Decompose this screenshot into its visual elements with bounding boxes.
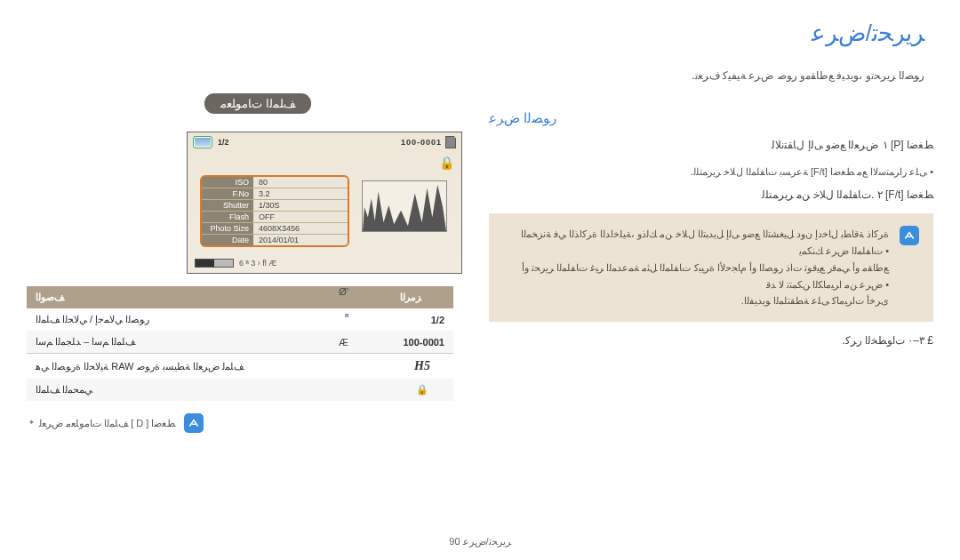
cell-desc: ﻲﻤﺤﻤﻟﺍ ﻒﻠﻤﻟﺍ: [27, 379, 391, 401]
lock-icon: 🔒: [439, 156, 454, 170]
substep-item: .ﺔﻋﺮﺴﺑ ﺕﺎﻔﻠﻤﻟﺍ ﻝﻼﺧ ﺮﻳﺮﻤﺘﻠﻟ [F/t] ﻰﻠﻋ ﺭﺍﺮ…: [500, 163, 933, 181]
note-line: ﻊﻃﺎﻘﻣ ﻭﺃ ﻲﻤﻗﺭ ﻊﻴﻗﻮﺗ ﺕﺍﺫ ﺭﻮﺼﻟﺍ ﻭﺃ ﻡﺎﺠﺣﻷﺍ …: [503, 260, 889, 292]
note-line: ﺓﺮﻛﺍﺫ ﺔﻗﺎﻄﺑ ﻝﺎﺧﺩﺇ ﻥﻭﺩ ﻞﻴﻐﺸﺘﻟﺍ ﻊﺿﻭ ﻰﻟﺇ ﻞﻳ…: [503, 226, 889, 259]
cell-icon: 1/2: [391, 308, 453, 331]
cell-icon: H5: [391, 354, 453, 380]
info-note-icon: [184, 413, 204, 433]
exif-key: ISO: [202, 177, 253, 188]
exif-key: F.No: [202, 188, 253, 199]
footer-step: .٣–٠ ﺕﺍﻮﻄﺨﻟﺍ ﺭﺮﻛ £: [489, 334, 933, 347]
exif-val: 2014/01/01: [253, 235, 348, 245]
callout-label: Ø': [322, 279, 348, 305]
section-subhead: ﺭﻮﺼﻟﺍ ضﺮﻋ: [489, 110, 933, 126]
section-title: ﻒﻠﻤﻟﺍ ﺕﺎﻣﻮﻠﻌﻣ: [204, 93, 311, 114]
exif-key: Flash: [202, 212, 253, 222]
cell-desc: ﺔﻴﻟﺎﺤﻟﺍ ةﺭﻮﺼﻟﺍ ﻲﻫ RAW ﻒﻠﻤﻟ ﺽﺮﻌﻟﺍ ﺔﻄﻴﺴﺑ ة…: [27, 354, 391, 380]
table-row: ﺭﻮﺼﻟﺍ ﻲﻟﺎﻤﺟﺇ / ﻲﻟﺎﺤﻟﺍ ﻒﻠﻤﻟﺍ 1/2: [27, 308, 453, 331]
sd-card-icon: [445, 136, 456, 148]
table-row: ﻒﻠﻤﻟﺍ ﻢﺳﺍ – ﺪﻠﺠﻤﻟﺍ ﻢﺳﺍ 100-0001: [27, 331, 453, 354]
exif-key: Photo Size: [202, 223, 253, 234]
exposure-meter-icon: [195, 259, 234, 268]
device-screenshot: 1/2 100-0001 🔒 ISO80 F.No3.2 Shutter1/30…: [187, 132, 462, 274]
exif-info-box: ISO80 F.No3.2 Shutter1/30S FlashOFF Phot…: [200, 175, 349, 247]
table-row: ﻲﻤﺤﻤﻟﺍ ﻒﻠﻤﻟﺍ 🔒: [27, 379, 453, 401]
note-block: ﺓﺮﻛﺍﺫ ﺔﻗﺎﻄﺑ ﻝﺎﺧﺩﺇ ﻥﻭﺩ ﻞﻴﻐﺸﺘﻟﺍ ﻊﺿﻭ ﻰﻟﺇ ﻞﻳ…: [489, 213, 933, 321]
histogram: [362, 180, 447, 232]
bottom-bar-text: 6 ª 3 › fl Æ: [239, 259, 276, 268]
exif-val: OFF: [253, 212, 348, 222]
page-title: ﺮﻳﺮﺤﺗ/ضﺮﻋ: [812, 20, 924, 47]
info-note-icon: [900, 226, 919, 245]
table-row: ﺔﻴﻟﺎﺤﻟﺍ ةﺭﻮﺼﻟﺍ ﻲﻫ RAW ﻒﻠﻤﻟ ﺽﺮﻌﻟﺍ ﺔﻄﻴﺴﺑ ة…: [27, 354, 453, 380]
callout-label: ª: [322, 305, 348, 331]
table-header: ﺰﻣﺮﻟﺍ: [391, 286, 453, 308]
cell-icon: 100-0001: [391, 331, 453, 354]
exif-key: Date: [202, 235, 253, 245]
exif-val: 1/30S: [253, 200, 348, 211]
exif-val: 80: [253, 177, 348, 188]
frame-fraction: 1/2: [218, 138, 229, 147]
step-item: ٢ .ﺕﺎﻔﻠﻤﻟﺍ ﻝﻼﺧ ﻦﻣ ﺮﻳﺮﻤﺘﻠﻟ [F/t] ﻂﻐﺿﺍ: [489, 185, 933, 205]
steps-list: ١ ﺽﺮﻌﻟﺍ ﻊﺿﻭ ﻰﻟﺇ ﻝﺎﻘﺘﻧﻼﻟ [P] ﻂﻐﺿﺍ .ﺔﻋﺮﺴﺑ …: [489, 135, 933, 204]
file-counter: 100-0001: [401, 138, 442, 147]
cell-icon: 🔒: [391, 379, 453, 401]
footnote-text: ＊ ﻒﻠﻤﻟﺍ ﺕﺎﻣﻮﻠﻌﻣ ﺽﺮﻌﻟ [ D ] ﻂﻐﺿﺍ: [27, 417, 175, 430]
page-number: 90 ﺮﻳﺮﺤﺗ/ﺽﺮﻋ: [0, 536, 960, 548]
lock-icon: 🔒: [416, 384, 428, 395]
exif-key: Shutter: [202, 200, 253, 211]
mode-icon: [193, 136, 212, 148]
exif-val: 3.2: [253, 188, 348, 199]
icon-legend-table: ﻒﺻﻮﻟﺍ ﺰﻣﺮﻟﺍ ﺭﻮﺼﻟﺍ ﻲﻟﺎﻤﺟﺇ / ﻲﻟﺎﺤﻟﺍ ﻒﻠﻤﻟﺍ …: [27, 286, 453, 401]
note-line: .ﻯﺮﺧﺃ ﺕﺍﺮﻴﻣﺎﻛ ﻰﻠﻋ ﺔﻄﻘﺘﻠﻤﻟﺍ ﻮﻳﺪﻴﻔﻟﺍ: [503, 292, 889, 309]
exif-val: 4608X3456: [253, 223, 348, 234]
page-subtitle: .ﺭﻮﺼﻟﺍ ﺮﻳﺮﺤﺗﻭ ،ﻮﻳﺪﻴﻓ ﻊﻃﺎﻘﻣﻭ ﺭﻮﺻ ﺽﺮﻋ ﺔﻴﻔﻴ…: [692, 69, 924, 82]
step-item: ١ ﺽﺮﻌﻟﺍ ﻊﺿﻭ ﻰﻟﺇ ﻝﺎﻘﺘﻧﻼﻟ [P] ﻂﻐﺿﺍ: [489, 135, 933, 156]
callout-label: Æ: [322, 330, 348, 356]
